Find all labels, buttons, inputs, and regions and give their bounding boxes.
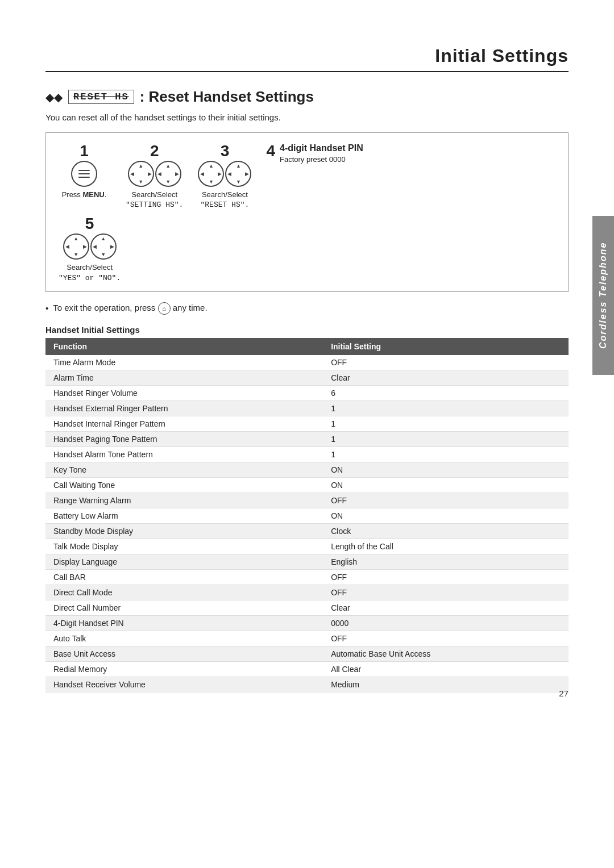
table-header-initial-setting: Initial Setting [323, 338, 569, 355]
menu-line-3 [78, 177, 90, 178]
exit-button-icon: ⌂ [158, 302, 171, 315]
step-2-icon: ▲ ▼ ◀ ▶ ▲ ▼ ◀ ▶ [141, 160, 168, 187]
table-cell-setting: OFF [323, 631, 569, 646]
page-title: Initial Settings [435, 45, 569, 66]
step-4-subtitle: Factory preset 0000 [280, 155, 363, 164]
table-cell-function: Handset Alarm Tone Pattern [45, 446, 323, 462]
table-cell-setting: Medium [323, 677, 569, 692]
table-cell-setting: 6 [323, 385, 569, 400]
arrow-left-icon: ◀ [130, 171, 134, 177]
step-5: 5 ▲ ▼ ◀ ▶ ▲ ▼ ◀ ▶ [59, 216, 121, 283]
step-2: 2 ▲ ▼ ◀ ▶ ▲ ▼ ◀ ▶ [126, 143, 183, 210]
arrow-right-icon: ▶ [83, 244, 87, 249]
table-cell-setting: OFF [323, 493, 569, 508]
step-4-number: 4 [266, 143, 275, 159]
table-row: Direct Call NumberClear [45, 600, 569, 615]
table-cell-setting: 1 [323, 416, 569, 431]
arrow-up-icon: ▲ [165, 163, 171, 169]
table-row: Talk Mode DisplayLength of the Call [45, 539, 569, 554]
table-row: Handset Alarm Tone Pattern1 [45, 446, 569, 462]
arrow-right-icon: ▶ [218, 171, 222, 177]
page-title-bar: Initial Settings [45, 45, 569, 72]
table-cell-setting: ON [323, 477, 569, 493]
menu-lines-icon [78, 170, 90, 178]
table-cell-setting: OFF [323, 569, 569, 585]
sidebar-label: Cordless Telephone [592, 216, 614, 375]
table-cell-function: Direct Call Number [45, 600, 323, 615]
table-row: Time Alarm ModeOFF [45, 355, 569, 370]
table-cell-setting: 1 [323, 400, 569, 416]
table-cell-setting: All Clear [323, 661, 569, 677]
table-cell-setting: Automatic Base Unit Access [323, 646, 569, 661]
page-number: 27 [559, 688, 569, 698]
table-row: 4-Digit Handset PIN0000 [45, 615, 569, 631]
settings-table: Function Initial Setting Time Alarm Mode… [45, 338, 569, 692]
table-cell-setting: Clear [323, 370, 569, 385]
step-1-icon [70, 160, 98, 187]
table-row: Alarm TimeClear [45, 370, 569, 385]
table-cell-function: Alarm Time [45, 370, 323, 385]
table-cell-setting: English [323, 554, 569, 569]
table-cell-setting: ON [323, 508, 569, 523]
table-cell-function: Handset Paging Tone Pattern [45, 431, 323, 446]
step-4: 4 4-digit Handset PIN Factory preset 000… [266, 143, 363, 164]
arrow-right-icon: ▶ [175, 171, 179, 177]
table-cell-setting: Clear [323, 600, 569, 615]
table-row: Base Unit AccessAutomatic Base Unit Acce… [45, 646, 569, 661]
table-cell-function: Direct Call Mode [45, 585, 323, 600]
table-header-function: Function [45, 338, 323, 355]
step-3-number: 3 [221, 143, 230, 159]
table-cell-function: Key Tone [45, 462, 323, 477]
table-cell-function: Handset External Ringer Pattern [45, 400, 323, 416]
arrow-left-icon: ◀ [65, 244, 69, 249]
step-3-icon: ▲ ▼ ◀ ▶ ▲ ▼ ◀ ▶ [211, 160, 238, 187]
steps-row-2: 5 ▲ ▼ ◀ ▶ ▲ ▼ ◀ ▶ [59, 216, 555, 283]
table-cell-function: Call Waiting Tone [45, 477, 323, 493]
table-cell-setting: 1 [323, 446, 569, 462]
table-cell-function: Battery Low Alarm [45, 508, 323, 523]
bullet-dot: • [45, 303, 48, 313]
arrow-up-icon: ▲ [73, 236, 78, 241]
table-row: Handset Ringer Volume6 [45, 385, 569, 400]
step-5-nav-circle-1: ▲ ▼ ◀ ▶ [63, 233, 89, 260]
arrow-up-icon: ▲ [209, 163, 214, 169]
step-1-label: Press MENU. [62, 190, 107, 200]
section-heading: ◆◆ RESET HS : Reset Handset Settings [45, 88, 569, 106]
diamonds-icon: ◆◆ [45, 90, 63, 104]
step-2-label: Search/Select "SETTING HS". [126, 190, 183, 210]
table-cell-function: Handset Ringer Volume [45, 385, 323, 400]
table-row: Handset External Ringer Pattern1 [45, 400, 569, 416]
step-2-number: 2 [150, 143, 159, 159]
step-5-number: 5 [85, 216, 94, 232]
step-3-nav-circle-2: ▲ ▼ ◀ ▶ [225, 161, 251, 187]
table-cell-setting: 1 [323, 431, 569, 446]
step-3-nav-circle-1: ▲ ▼ ◀ ▶ [198, 161, 224, 187]
table-row: Call BAROFF [45, 569, 569, 585]
arrow-right-icon: ▶ [245, 171, 249, 177]
table-cell-setting: Length of the Call [323, 539, 569, 554]
arrow-up-icon: ▲ [236, 163, 241, 169]
arrow-down-icon: ▼ [209, 179, 214, 185]
table-cell-function: Time Alarm Mode [45, 355, 323, 370]
table-cell-setting: OFF [323, 355, 569, 370]
table-cell-setting: ON [323, 462, 569, 477]
table-row: Display LanguageEnglish [45, 554, 569, 569]
step-2-nav-circle-2: ▲ ▼ ◀ ▶ [155, 161, 181, 187]
menu-line-1 [78, 170, 90, 171]
table-row: Standby Mode DisplayClock [45, 523, 569, 539]
bullet-note: • To exit the operation, press ⌂ any tim… [45, 302, 569, 315]
table-row: Handset Receiver VolumeMedium [45, 677, 569, 692]
table-cell-setting: 0000 [323, 615, 569, 631]
table-row: Key ToneON [45, 462, 569, 477]
step-3-monospace: "RESET HS". [201, 200, 250, 210]
step-4-title: 4-digit Handset PIN [280, 143, 363, 153]
table-cell-setting: Clock [323, 523, 569, 539]
table-row: Handset Internal Ringer Pattern1 [45, 416, 569, 431]
table-cell-setting: OFF [323, 585, 569, 600]
table-row: Redial MemoryAll Clear [45, 661, 569, 677]
arrow-down-icon: ▼ [73, 252, 78, 257]
arrow-down-icon: ▼ [138, 179, 143, 185]
table-cell-function: Redial Memory [45, 661, 323, 677]
table-row: Direct Call ModeOFF [45, 585, 569, 600]
table-cell-function: 4-Digit Handset PIN [45, 615, 323, 631]
